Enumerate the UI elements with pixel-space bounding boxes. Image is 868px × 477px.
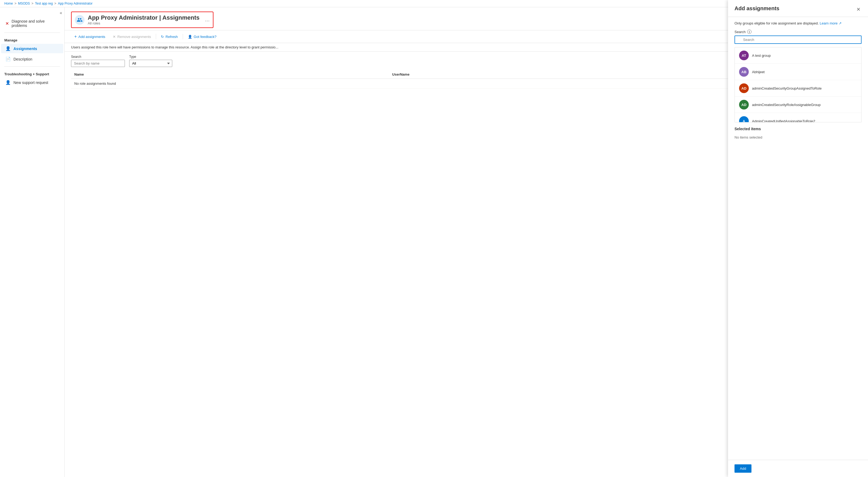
search-input-wrap: 🔍 [735,35,862,44]
page-header-icon [75,15,85,25]
search-filter-group: Search [71,55,125,67]
search-filter-label: Search [71,55,125,59]
col-name: Name [71,70,389,79]
avatar: AD [739,84,749,93]
wrench-icon: ✕ [5,21,9,26]
panel-footer: Add [728,460,868,477]
sidebar: « ✕ Diagnose and solve problems Manage 👤… [0,7,65,477]
feedback-button[interactable]: 👤 Got feedback? [185,33,220,40]
panel-title: Add assignments [735,7,779,11]
sidebar-assignments-label: Assignments [13,46,37,51]
list-item[interactable]: AD adminCreatedSecurityGroupAssignedToRo… [735,80,861,97]
add-assignments-button[interactable]: + Add assignments [71,33,108,41]
type-filter-group: Type All Users Groups Service Principals [129,55,172,67]
panel-search-input[interactable] [735,35,862,44]
remove-assignments-button[interactable]: ✕ Remove assignments [110,33,154,40]
panel-add-button[interactable]: Add [735,464,751,473]
avatar: AB [739,67,749,77]
sidebar-support-label: New support request [13,81,48,85]
refresh-icon: ↻ [161,35,164,39]
toolbar-separator [156,34,156,39]
list-item-name: adminCreatedSecurityRoleAssignableGroup [752,103,820,107]
plus-icon: + [74,34,77,39]
breadcrumb-msods[interactable]: MSODS [18,2,30,5]
no-items-message: No items selected [735,133,862,141]
sidebar-collapse-button[interactable]: « [60,10,62,15]
list-item[interactable]: AB Abhijeet [735,64,861,80]
selected-heading: Selected items [735,127,862,131]
selected-section: Selected items No items selected [735,127,862,141]
list-item-name: Abhijeet [752,70,765,74]
avatar: AT [739,51,749,60]
sidebar-item-new-support[interactable]: 👤 New support request [1,78,63,87]
assignments-icon: 👤 [5,46,11,51]
page-title-block: App Proxy Administrator | Assignments Al… [88,14,199,25]
x-icon: ✕ [113,35,116,39]
sidebar-item-description[interactable]: 📄 Description [1,54,63,64]
manage-heading: Manage [0,35,64,43]
breadcrumb-current[interactable]: App Proxy Administrator [58,2,93,5]
panel-close-button[interactable]: ✕ [855,7,862,13]
sidebar-description-label: Description [13,57,32,61]
type-filter-select[interactable]: All Users Groups Service Principals [129,60,172,67]
panel-list: AT A test group AB Abhijeet AD adminCrea… [735,47,862,122]
list-item[interactable]: A AdminCreatedUnifiedAssignableToRole2 [735,113,861,122]
panel-header: Add assignments ✕ [728,7,868,17]
learn-more-link[interactable]: Learn more ↗ [820,21,842,25]
panel-body: Only groups eligible for role assignment… [728,17,868,460]
sidebar-diagnose-label: Diagnose and solve problems [11,19,59,28]
refresh-button[interactable]: ↻ Refresh [158,33,181,40]
breadcrumb-test-app-reg[interactable]: Test app reg [35,2,53,5]
description-text: Users assigned this role here will have … [71,45,278,49]
close-icon: ✕ [857,7,861,12]
list-item-name: adminCreatedSecurityGroupAssignedToRole [752,86,822,90]
search-input[interactable] [71,60,125,67]
sidebar-item-assignments[interactable]: 👤 Assignments [1,44,63,53]
description-icon: 📄 [5,57,11,62]
avatar: A [739,116,749,122]
panel-note: Only groups eligible for role assignment… [735,21,862,25]
sidebar-item-diagnose[interactable]: ✕ Diagnose and solve problems [1,17,63,30]
list-item[interactable]: AD adminCreatedSecurityRoleAssignableGro… [735,97,861,113]
toolbar-separator-2 [183,34,183,39]
feedback-icon: 👤 [188,35,192,39]
page-subtitle: All roles [88,21,199,25]
type-filter-label: Type [129,55,172,59]
support-icon: 👤 [5,80,11,85]
list-item-name: A test group [752,54,771,58]
page-more-button[interactable]: … [205,17,210,23]
list-item-name: AdminCreatedUnifiedAssignableToRole2 [752,119,815,123]
page-title: App Proxy Administrator | Assignments [88,14,199,21]
breadcrumb-home[interactable]: Home [4,2,13,5]
avatar: AD [739,100,749,109]
panel-search-label: Search ℹ [735,30,862,34]
troubleshooting-heading: Troubleshooting + Support [0,69,64,77]
search-info-icon[interactable]: ℹ [747,30,751,34]
list-item[interactable]: AT A test group [735,47,861,64]
add-assignments-panel: Add assignments ✕ Only groups eligible f… [728,7,868,477]
